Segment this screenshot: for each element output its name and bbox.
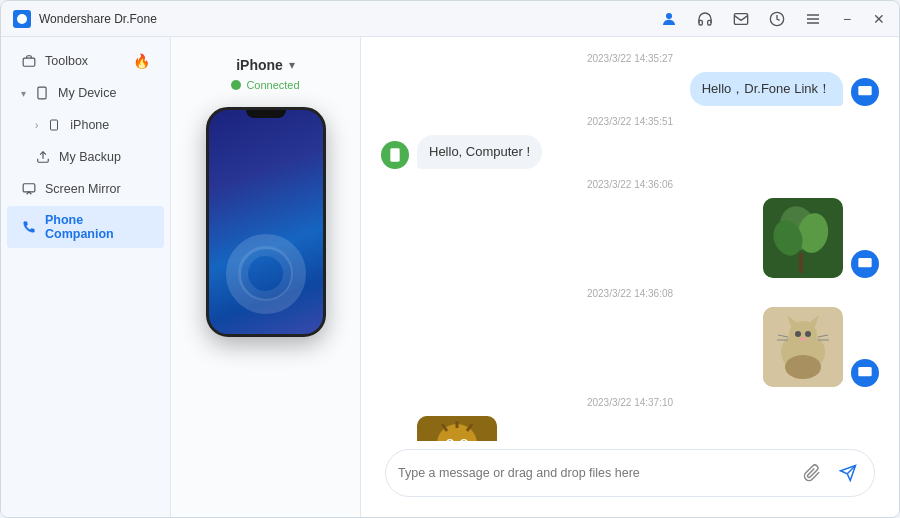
profile-icon[interactable]	[659, 9, 679, 29]
device-panel: iPhone ▾ Connected	[171, 37, 361, 517]
message-bubble: Hello, Computer !	[417, 135, 542, 169]
svg-rect-21	[799, 253, 803, 273]
fire-badge: 🔥	[133, 53, 150, 69]
iphone-label: iPhone	[70, 118, 109, 132]
title-bar: Wondershare Dr.Fone − ✕	[1, 1, 899, 37]
pc-avatar	[851, 78, 879, 106]
phone-companion-icon	[21, 219, 37, 235]
msg-row: Hello, Computer !	[381, 135, 879, 169]
sidebar-item-my-backup[interactable]: My Backup	[7, 142, 164, 172]
svg-rect-2	[734, 13, 747, 24]
device-status: Connected	[231, 79, 299, 91]
screen-mirror-label: Screen Mirror	[45, 182, 121, 196]
headset-icon[interactable]	[695, 9, 715, 29]
attachment-icon[interactable]	[798, 459, 826, 487]
chat-input-bar	[385, 449, 875, 497]
device-icon	[34, 85, 50, 101]
minimize-button[interactable]: −	[839, 11, 855, 27]
device-name: iPhone	[236, 57, 283, 73]
sidebar-item-toolbox[interactable]: Toolbox 🔥	[7, 46, 164, 76]
svg-point-29	[805, 331, 811, 337]
msg-row	[381, 307, 879, 387]
plant-image	[763, 198, 843, 278]
timestamp-5: 2023/3/22 14:37:10	[381, 397, 879, 408]
status-dot	[231, 80, 241, 90]
svg-rect-13	[23, 184, 35, 192]
app-window: Wondershare Dr.Fone − ✕	[0, 0, 900, 518]
timestamp-4: 2023/3/22 14:36:08	[381, 288, 879, 299]
svg-rect-7	[23, 58, 35, 66]
msg-row: Hello，Dr.Fone Link！	[381, 72, 879, 106]
close-button[interactable]: ✕	[871, 11, 887, 27]
timestamp-2: 2023/3/22 14:35:51	[381, 116, 879, 127]
chat-input-wrapper	[373, 441, 887, 507]
svg-point-30	[800, 337, 806, 341]
main-layout: Toolbox 🔥 ▾ My Device › iPhone	[1, 37, 899, 517]
menu-icon[interactable]	[803, 9, 823, 29]
app-logo	[13, 10, 31, 28]
sidebar-item-iphone[interactable]: › iPhone	[7, 110, 164, 140]
tiger-image	[417, 416, 497, 441]
sidebar-item-screen-mirror[interactable]: Screen Mirror	[7, 174, 164, 204]
pc-avatar	[851, 250, 879, 278]
my-device-label: My Device	[58, 86, 116, 100]
my-backup-label: My Backup	[59, 150, 121, 164]
chevron-icon: ▾	[21, 88, 26, 99]
sidebar: Toolbox 🔥 ▾ My Device › iPhone	[1, 37, 171, 517]
sidebar-item-my-device[interactable]: ▾ My Device	[7, 78, 164, 108]
msg-row	[381, 198, 879, 278]
svg-point-0	[17, 14, 27, 24]
svg-rect-22	[858, 258, 871, 267]
timestamp-3: 2023/3/22 14:36:06	[381, 179, 879, 190]
phone-companion-label: Phone Companion	[45, 213, 150, 241]
toolbox-label: Toolbox	[45, 54, 88, 68]
svg-point-1	[666, 13, 672, 19]
phone-mockup	[206, 107, 326, 337]
chat-input[interactable]	[398, 466, 790, 480]
chat-panel: 2023/3/22 14:35:27 Hello，Dr.Fone Link！ 2…	[361, 37, 899, 517]
app-title: Wondershare Dr.Fone	[39, 12, 651, 26]
device-header: iPhone ▾	[236, 57, 295, 73]
toolbox-icon	[21, 53, 37, 69]
title-bar-controls: − ✕	[659, 9, 887, 29]
connection-status: Connected	[246, 79, 299, 91]
svg-rect-15	[390, 149, 399, 162]
phone-avatar	[381, 141, 409, 169]
cat-image	[763, 307, 843, 387]
iphone-icon	[46, 117, 62, 133]
send-button[interactable]	[834, 459, 862, 487]
timestamp-1: 2023/3/22 14:35:27	[381, 53, 879, 64]
backup-icon	[35, 149, 51, 165]
device-dropdown-icon[interactable]: ▾	[289, 58, 295, 72]
msg-row	[381, 416, 879, 441]
phone-notch	[246, 110, 286, 118]
history-icon[interactable]	[767, 9, 787, 29]
svg-rect-36	[858, 367, 871, 376]
sidebar-item-phone-companion[interactable]: Phone Companion	[7, 206, 164, 248]
phone-circle-inner	[238, 246, 293, 301]
screen-mirror-icon	[21, 181, 37, 197]
chevron-icon: ›	[35, 120, 38, 131]
svg-point-28	[795, 331, 801, 337]
chat-messages: 2023/3/22 14:35:27 Hello，Dr.Fone Link！ 2…	[361, 37, 899, 441]
svg-rect-8	[38, 87, 46, 99]
svg-rect-14	[858, 86, 871, 95]
phone-screen-circles	[226, 234, 306, 314]
svg-rect-10	[51, 120, 58, 130]
message-bubble: Hello，Dr.Fone Link！	[690, 72, 843, 106]
mail-icon[interactable]	[731, 9, 751, 29]
svg-point-35	[785, 355, 821, 379]
pc-avatar	[851, 359, 879, 387]
